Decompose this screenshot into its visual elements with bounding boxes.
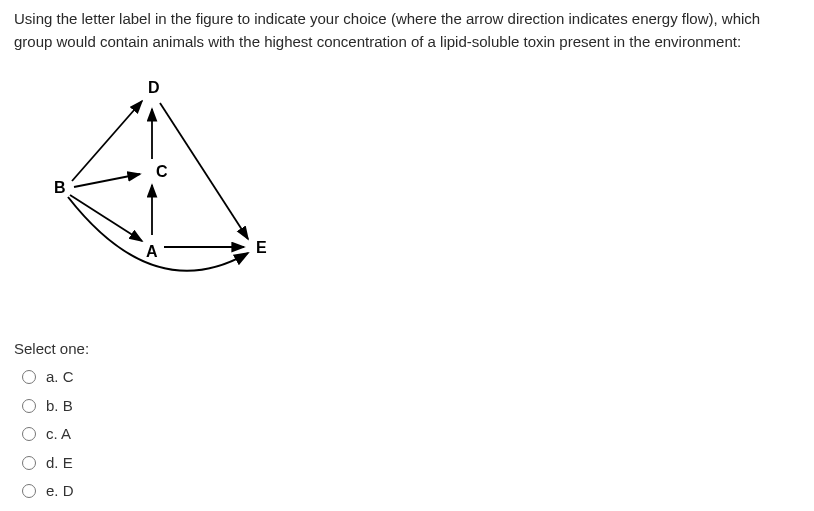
option-b-label: b. B: [46, 395, 73, 418]
option-a[interactable]: a. C: [22, 366, 800, 389]
select-one-label: Select one:: [14, 338, 800, 361]
edge-b-c: [74, 174, 140, 187]
food-web-diagram: B D C A E: [24, 77, 800, 314]
node-label-a: A: [146, 243, 158, 260]
edge-d-e: [160, 103, 248, 239]
node-label-b: B: [54, 179, 66, 196]
option-b[interactable]: b. B: [22, 395, 800, 418]
option-d[interactable]: d. E: [22, 452, 800, 475]
node-label-c: C: [156, 163, 168, 180]
option-e[interactable]: e. D: [22, 480, 800, 503]
question-text: Using the letter label in the figure to …: [14, 8, 800, 53]
option-e-label: e. D: [46, 480, 74, 503]
node-label-e: E: [256, 239, 267, 256]
radio-c[interactable]: [22, 427, 36, 441]
radio-d[interactable]: [22, 456, 36, 470]
option-c[interactable]: c. A: [22, 423, 800, 446]
edge-b-d: [72, 101, 142, 181]
radio-e[interactable]: [22, 484, 36, 498]
edge-b-a: [70, 195, 142, 241]
option-d-label: d. E: [46, 452, 73, 475]
options-list: a. C b. B c. A d. E e. D: [14, 366, 800, 503]
radio-b[interactable]: [22, 399, 36, 413]
edge-b-e: [68, 197, 248, 271]
node-label-d: D: [148, 79, 160, 96]
radio-a[interactable]: [22, 370, 36, 384]
option-a-label: a. C: [46, 366, 74, 389]
option-c-label: c. A: [46, 423, 71, 446]
